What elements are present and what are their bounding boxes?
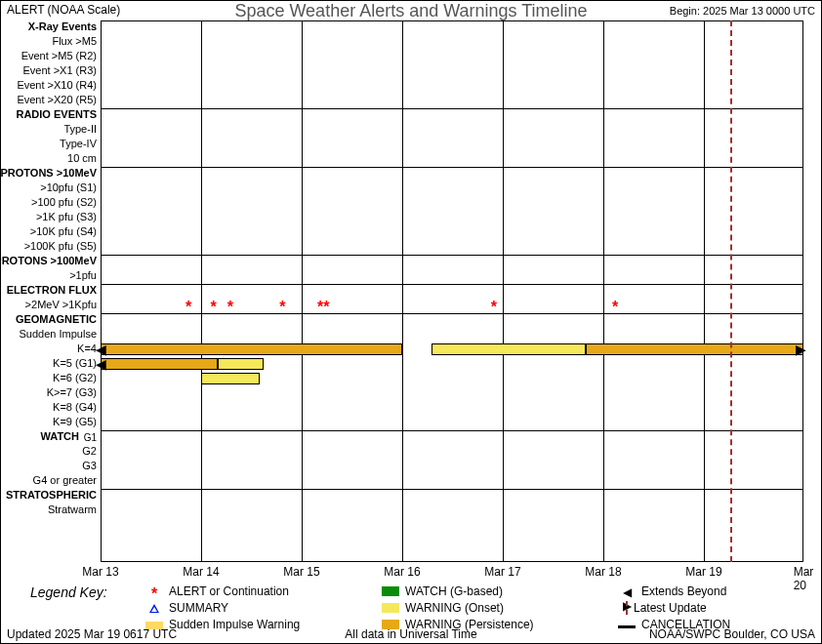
legend-label: Sudden Impulse Warning [169,618,300,631]
row-label: Event >X1 (R3) [22,64,97,76]
chart-container: ALERT (NOAA Scale) Space Weather Alerts … [0,0,822,644]
day-gridline [302,20,303,562]
day-gridline [503,20,504,562]
extends-right-icon: ▶ [796,342,806,356]
alert-icon: * [211,300,217,315]
row-label: X-Ray Events [28,20,97,32]
alert-icon: * [491,300,497,315]
extends-left-icon: ◀ [96,342,106,356]
row-label: STRATOSPHERIC [6,489,97,501]
row-label: K=5 (G1) [53,357,97,369]
x-tick-label: Mar 15 [283,565,319,579]
row-label: G4 or greater [33,474,97,486]
row-label: G2 [82,445,97,457]
alert-scale-label: ALERT (NOAA Scale) [7,3,120,17]
row-label: Type-II [63,123,97,135]
alert-icon: * [185,300,191,315]
row-label: >1pfu [69,269,97,281]
chart-title: Space Weather Alerts and Warnings Timeli… [234,1,587,21]
warning-bar [101,358,218,370]
legend-item: SUMMARY [145,601,228,615]
alert-icon: * [317,300,323,315]
x-tick-label: Mar 17 [484,565,520,579]
alert-icon: * [612,300,618,315]
legend-item: *ALERT or Continuation [145,584,289,598]
footer-mid: All data in Universal Time [345,627,476,641]
footer-right: NOAA/SWPC Boulder, CO USA [649,627,815,641]
warning-bar [218,358,264,370]
warning-bar [586,343,803,355]
row-label: WATCH [40,430,79,442]
section-divider [101,284,803,285]
row-label: >2MeV >1Kpfu [25,299,97,310]
x-tick-label: Mar 19 [685,565,721,579]
day-gridline [704,20,705,562]
row-label: Flux >M5 [52,35,97,47]
section-divider [101,489,803,490]
row-label: K=9 (G5) [53,416,97,427]
row-label: >10pfu (S1) [40,181,97,193]
legend-item: WATCH (G-based) [382,584,503,598]
x-tick-label: Mar 18 [585,565,621,579]
extends-left-icon: ◀ [96,357,106,371]
legend-label: SUMMARY [169,601,228,615]
alert-icon: * [227,300,233,315]
row-label: >10K pfu (S4) [30,225,97,237]
row-label: G3 [82,460,97,471]
row-label: Event >X20 (R5) [17,94,97,105]
legend-label: Extends Beyond [641,584,726,598]
warning-bar [101,343,402,355]
day-gridline [402,20,403,562]
row-label: Stratwarm [48,503,97,515]
row-label: Sudden Impulse [20,328,98,340]
day-gridline [201,20,202,562]
section-divider [101,430,803,431]
row-label: ELECTRON FLUX [7,284,97,296]
section-divider [101,255,803,256]
warning-bar [432,343,587,355]
row-label: 10 cm [67,152,97,164]
row-label: Event >M5 (R2) [21,50,97,61]
legend-label: ALERT or Continuation [169,584,289,598]
legend-label: WATCH (G-based) [405,584,503,598]
row-label: >100K pfu (S5) [24,240,97,252]
row-label: >1K pfu (S3) [36,211,97,222]
x-tick-label: Mar 16 [384,565,420,579]
legend-title: Legend Key: [30,584,107,600]
row-label: K>=7 (G3) [47,386,97,398]
warning-bar [201,373,260,384]
row-label: Type-IV [60,138,97,149]
row-label: PROTONS >100MeV [0,255,97,266]
legend-item: Latest Update [618,601,707,615]
row-label: Event >X10 (R4) [17,79,97,91]
alert-icon: * [323,300,329,315]
row-label: K=8 (G4) [53,401,97,413]
footer-updated: Updated 2025 Mar 19 0617 UTC [7,627,177,641]
section-divider [101,167,803,168]
row-label: G1 [84,432,97,443]
legend-label: WARNING (Onset) [405,601,504,615]
legend-item: ◀ ▶Extends Beyond [618,584,726,598]
row-label: >100 pfu (S2) [31,196,97,208]
row-label: PROTONS >10MeV [0,167,97,179]
section-divider [101,108,803,109]
legend-label: Latest Update [634,601,707,615]
plot-area [101,20,803,562]
row-label: K=4 [77,342,97,354]
alert-icon: * [279,300,285,315]
x-tick-label: Mar 14 [183,565,219,579]
row-label: RADIO EVENTS [16,108,97,120]
day-gridline [603,20,604,562]
x-tick-label: Mar 20 [794,565,814,592]
begin-label: Begin: 2025 Mar 13 0000 UTC [670,5,815,17]
latest-update-line [730,20,732,562]
section-divider [101,313,803,314]
row-label: GEOMAGNETIC [16,313,97,325]
legend-item: WARNING (Onset) [382,601,504,615]
header: ALERT (NOAA Scale) Space Weather Alerts … [1,3,821,20]
row-label: K=6 (G2) [53,372,97,383]
x-tick-label: Mar 13 [82,565,118,579]
